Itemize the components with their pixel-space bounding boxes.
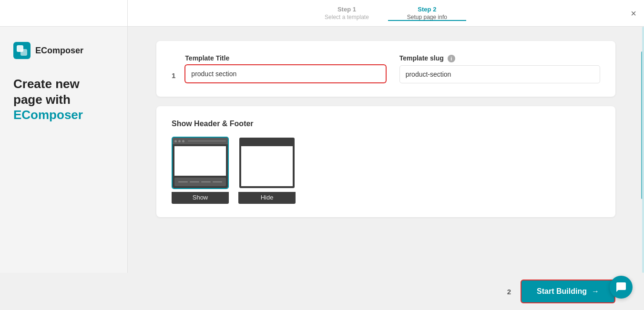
top-bar: Step 1 Select a template Step 2 Setup pa…	[0, 0, 644, 27]
mock-header	[173, 138, 228, 144]
logo-text: EComposer	[35, 46, 83, 56]
step2-label: Step 2	[418, 6, 436, 13]
sidebar: EComposer Create new page with EComposer	[0, 27, 128, 273]
arrow-icon: →	[592, 287, 599, 296]
show-preview	[172, 137, 229, 189]
mock-footer	[174, 178, 226, 186]
header-footer-options: Show Hide	[172, 137, 600, 204]
mock-show	[173, 138, 228, 188]
start-building-button[interactable]: Start Building →	[521, 280, 615, 303]
chat-bubble-button[interactable]	[610, 276, 633, 299]
template-info-row: 1 Template Title Template slug i	[172, 54, 600, 83]
header-footer-label: Show Header & Footer	[172, 120, 600, 128]
template-slug-group: Template slug i	[399, 54, 600, 83]
template-title-group: Template Title	[185, 54, 386, 83]
ecomposer-logo-icon	[13, 42, 31, 59]
steps-area: Step 1 Select a template Step 2 Setup pa…	[128, 0, 644, 26]
svg-rect-2	[20, 49, 27, 56]
step1-tab[interactable]: Step 1 Select a template	[306, 6, 388, 20]
template-title-label: Template Title	[185, 54, 386, 62]
bottom-bar: 2 Start Building →	[0, 273, 644, 310]
bottom-step-number: 2	[507, 288, 511, 296]
step2-tab[interactable]: Step 2 Setup page info	[388, 6, 466, 20]
heading-highlight: EComposer	[13, 108, 83, 122]
template-slug-input[interactable]	[399, 65, 600, 83]
hide-option[interactable]: Hide	[238, 137, 296, 204]
header-footer-card: Show Header & Footer	[156, 106, 615, 217]
heading-line1: Create new	[13, 77, 80, 91]
start-building-label: Start Building	[537, 287, 587, 296]
sidebar-spacer	[0, 0, 128, 26]
step2-sub: Setup page info	[407, 14, 447, 20]
logo-area: EComposer	[13, 42, 114, 59]
show-option[interactable]: Show	[172, 137, 229, 204]
fields-row: Template Title Template slug i	[185, 54, 600, 83]
show-label: Show	[172, 192, 229, 204]
hide-preview	[238, 137, 296, 189]
hide-label: Hide	[238, 192, 296, 204]
step1-sub: Select a template	[325, 14, 369, 20]
form-step-number: 1	[172, 71, 175, 80]
mock-hide	[239, 138, 295, 188]
close-button[interactable]: ×	[631, 9, 636, 18]
main-layout: EComposer Create new page with EComposer…	[0, 27, 644, 273]
info-icon[interactable]: i	[448, 55, 455, 62]
mock-hide-content	[241, 146, 293, 186]
template-title-input[interactable]	[185, 65, 386, 83]
content-area: 1 Template Title Template slug i	[128, 27, 644, 273]
heading-line2: page with	[13, 92, 71, 107]
step1-label: Step 1	[337, 6, 356, 13]
template-slug-label: Template slug i	[399, 54, 600, 62]
template-info-card: 1 Template Title Template slug i	[156, 41, 615, 97]
sidebar-heading: Create new page with EComposer	[13, 76, 114, 123]
scrollbar[interactable]	[641, 51, 643, 199]
chat-icon	[615, 281, 627, 293]
mock-content	[174, 146, 226, 176]
